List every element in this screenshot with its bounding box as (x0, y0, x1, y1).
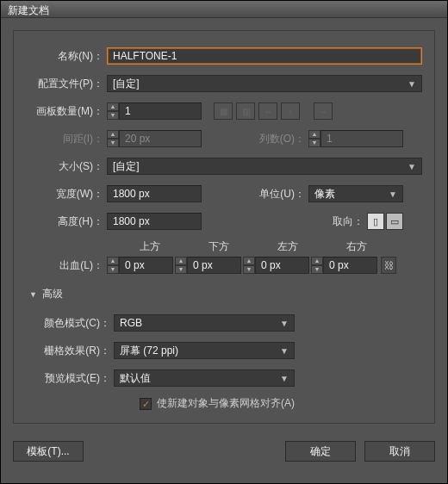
label-left: 左方 (264, 239, 331, 254)
bleed-bottom-input[interactable] (187, 257, 241, 274)
arrange-rtl-icon[interactable]: ↔ (258, 102, 277, 120)
bleed-right-input[interactable] (323, 257, 377, 274)
height-input[interactable] (107, 213, 202, 230)
link-icon[interactable]: ⛓ (381, 257, 396, 274)
chevron-down-icon: ▼ (387, 189, 399, 199)
colormode-value: RGB (120, 317, 142, 329)
raster-select[interactable]: 屏幕 (72 ppi) ▼ (114, 342, 295, 359)
advanced-section-toggle[interactable]: ▼ 高级 (26, 287, 422, 301)
label-orientation: 取向： (326, 214, 364, 229)
label-right: 右方 (333, 239, 400, 254)
spacing-input (119, 130, 202, 147)
units-select[interactable]: 像素 ▼ (308, 185, 403, 202)
label-spacing: 间距(I)： (26, 132, 103, 146)
profile-value: [自定] (113, 77, 140, 91)
label-colormode: 颜色模式(C)： (26, 316, 110, 331)
cancel-button[interactable]: 取消 (364, 441, 435, 462)
preview-value: 默认值 (120, 371, 151, 386)
chevron-down-icon: ▼ (406, 79, 418, 89)
spacing-stepper: ▲▼ (107, 130, 119, 147)
name-input[interactable] (107, 47, 422, 65)
label-artboards: 画板数量(M)： (26, 104, 103, 119)
chevron-down-icon: ▼ (278, 319, 290, 328)
artboards-stepper[interactable]: ▲▼ (107, 102, 119, 120)
label-width: 宽度(W)： (26, 187, 103, 202)
size-value: [自定] (113, 159, 140, 174)
templates-button[interactable]: 模板(T)... (13, 441, 84, 462)
label-profile: 配置文件(P)： (26, 77, 103, 91)
chevron-down-icon: ▼ (278, 346, 290, 356)
grid-col-icon[interactable]: ▥ (236, 102, 255, 120)
label-align-pixel: 使新建对象与像素网格对齐(A) (157, 396, 295, 411)
align-pixel-checkbox[interactable]: ✓ 使新建对象与像素网格对齐(A) (140, 396, 422, 411)
grid-row-icon[interactable]: ▦ (214, 102, 233, 120)
label-height: 高度(H)： (26, 214, 103, 229)
bleed-top-input[interactable] (119, 257, 173, 274)
artboards-input[interactable] (119, 102, 202, 120)
label-columns: 列数(O)： (253, 132, 305, 146)
chevron-down-icon: ▼ (278, 374, 290, 383)
label-units: 单位(U)： (253, 187, 305, 202)
raster-value: 屏幕 (72 ppi) (120, 344, 178, 358)
label-advanced: 高级 (42, 287, 63, 301)
label-top: 上方 (126, 239, 193, 254)
bleed-right-stepper[interactable]: ▲▼ (311, 257, 323, 274)
colormode-select[interactable]: RGB ▼ (114, 314, 295, 332)
label-bottom: 下方 (195, 239, 262, 254)
bleed-bottom-stepper[interactable]: ▲▼ (175, 257, 187, 274)
landscape-icon[interactable]: ▭ (386, 213, 403, 230)
bleed-top-stepper[interactable]: ▲▼ (107, 257, 119, 274)
bleed-left-stepper[interactable]: ▲▼ (243, 257, 255, 274)
label-raster: 栅格效果(R)： (26, 344, 110, 358)
width-input[interactable] (107, 185, 202, 202)
profile-select[interactable]: [自定] ▼ (107, 75, 422, 92)
title-bar: 新建文档 (1, 1, 447, 18)
label-preview: 预览模式(E)： (26, 371, 110, 386)
columns-input (320, 130, 403, 147)
size-select[interactable]: [自定] ▼ (107, 158, 422, 175)
portrait-icon[interactable]: ▯ (367, 213, 384, 230)
label-name: 名称(N)： (26, 49, 103, 64)
chevron-down-icon: ▼ (406, 162, 418, 171)
arrange-ltr-icon[interactable]: ↕ (281, 102, 300, 120)
window-title: 新建文档 (8, 4, 49, 16)
label-bleed: 出血(L)： (26, 258, 103, 273)
checkmark-icon: ✓ (140, 398, 152, 410)
ok-button[interactable]: 确定 (285, 441, 356, 462)
bleed-left-input[interactable] (255, 257, 309, 274)
triangle-down-icon: ▼ (29, 290, 37, 299)
preview-select[interactable]: 默认值 ▼ (114, 369, 295, 387)
arrow-right-icon[interactable]: → (314, 102, 333, 120)
units-value: 像素 (314, 187, 335, 202)
label-size: 大小(S)： (26, 159, 103, 174)
dialog-panel: 名称(N)： 配置文件(P)： [自定] ▼ 画板数量(M)： ▲▼ (13, 30, 435, 424)
columns-stepper: ▲▼ (308, 130, 320, 147)
